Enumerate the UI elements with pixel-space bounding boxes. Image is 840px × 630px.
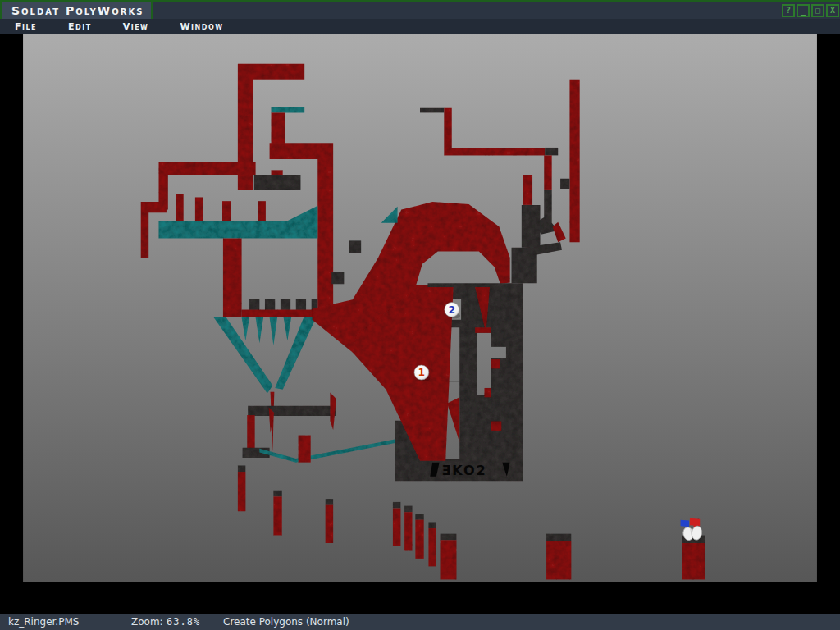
- map-polygon-red[interactable]: [247, 415, 254, 450]
- minimize-button[interactable]: _: [797, 4, 810, 17]
- window-title: Soldat PolyWorks: [11, 4, 144, 17]
- map-polygon-dark[interactable]: [404, 506, 412, 513]
- maximize-button[interactable]: □: [811, 4, 824, 17]
- map-polygon-red[interactable]: [523, 175, 532, 205]
- status-zoom-value: 63.8%: [167, 616, 200, 628]
- map-polygon-red[interactable]: [428, 528, 436, 566]
- map-polygon-red[interactable]: [546, 541, 571, 579]
- map-polygon-red[interactable]: [415, 520, 423, 559]
- map-polygon-dark[interactable]: [326, 499, 333, 505]
- map-polygon-hole[interactable]: [477, 333, 491, 395]
- map-polygon-red[interactable]: [491, 359, 500, 368]
- spawn-marker-number: 1: [418, 367, 426, 378]
- map-polygon-dark[interactable]: [545, 148, 558, 155]
- help-button[interactable]: ?: [782, 4, 795, 17]
- map-polygon-red[interactable]: [544, 155, 551, 190]
- map-canvas[interactable]: ƎKO212: [0, 34, 840, 614]
- map-polygon-teal[interactable]: [272, 107, 305, 113]
- map-polygon-red[interactable]: [223, 239, 242, 317]
- map-polygon-red[interactable]: [317, 159, 333, 317]
- status-zoom-label: Zoom:: [131, 616, 163, 628]
- map-svg[interactable]: ƎKO212: [0, 34, 840, 614]
- menu-window[interactable]: Window: [180, 21, 223, 32]
- map-polygon-red[interactable]: [441, 540, 457, 579]
- map-polygon-red[interactable]: [484, 388, 491, 397]
- map-name-glyphs: ƎKO2: [441, 463, 486, 478]
- polyworks-window: Soldat PolyWorks ? _ □ X File Edit View …: [0, 0, 840, 630]
- menu-view[interactable]: View: [123, 21, 149, 32]
- map-polygon-red[interactable]: [326, 505, 333, 543]
- map-polygon-red[interactable]: [270, 143, 334, 159]
- menu-edit[interactable]: Edit: [68, 21, 92, 32]
- status-filename: kz_Ringer.PMS: [8, 616, 79, 628]
- map-polygon-red[interactable]: [475, 327, 491, 333]
- map-polygon-red[interactable]: [195, 197, 203, 223]
- title-box: Soldat PolyWorks: [0, 2, 153, 21]
- menu-bar: File Edit View Window: [0, 19, 840, 34]
- map-polygon-dark[interactable]: [415, 514, 423, 520]
- map-polygon-red[interactable]: [272, 170, 283, 175]
- menu-file[interactable]: File: [15, 21, 37, 32]
- map-polygon-hole[interactable]: [491, 347, 506, 358]
- map-polygon-red[interactable]: [222, 201, 231, 223]
- map-polygon-dark[interactable]: [331, 272, 344, 284]
- map-polygon-red[interactable]: [491, 422, 501, 431]
- map-polygon-red[interactable]: [176, 194, 183, 224]
- close-button[interactable]: X: [826, 4, 839, 17]
- spawn-marker-number: 2: [448, 304, 455, 316]
- map-polygon-dark[interactable]: [546, 534, 571, 541]
- map-polygon-dark[interactable]: [441, 534, 457, 541]
- map-polygon-dark[interactable]: [393, 502, 400, 509]
- map-polygon-dark[interactable]: [349, 240, 361, 253]
- status-bar: kz_Ringer.PMS Zoom: 63.8% Create Polygon…: [0, 614, 840, 630]
- map-polygon-red[interactable]: [258, 201, 265, 223]
- map-polygon-red[interactable]: [273, 496, 281, 535]
- map-polygon-red[interactable]: [393, 508, 400, 546]
- map-polygon-red[interactable]: [299, 436, 311, 463]
- map-polygon-dark[interactable]: [512, 248, 537, 283]
- map-polygon-dark[interactable]: [522, 205, 541, 248]
- map-polygon-dark[interactable]: [420, 108, 444, 113]
- map-polygon-red[interactable]: [682, 543, 705, 579]
- map-polygon-red[interactable]: [238, 472, 245, 511]
- map-polygon-dark[interactable]: [560, 179, 569, 189]
- map-polygon-red[interactable]: [272, 112, 285, 148]
- title-bar[interactable]: Soldat PolyWorks ? _ □ X: [0, 0, 840, 19]
- map-polygon-red[interactable]: [404, 512, 412, 550]
- map-polygon-dark[interactable]: [238, 465, 245, 472]
- window-controls: ? _ □ X: [782, 4, 839, 17]
- map-polygon-dark[interactable]: [248, 406, 336, 416]
- map-polygon-dark[interactable]: [428, 522, 436, 528]
- map-polygon-dark[interactable]: [273, 491, 281, 497]
- map-polygon-dark[interactable]: [254, 175, 301, 190]
- status-tool-mode: Create Polygons (Normal): [223, 616, 349, 628]
- map-polygon-red[interactable]: [569, 80, 579, 242]
